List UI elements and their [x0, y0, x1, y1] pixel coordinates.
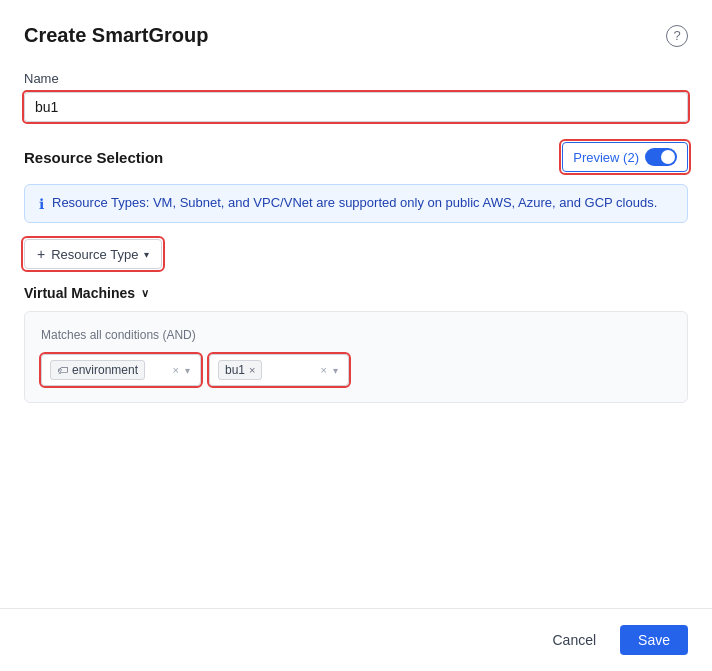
preview-toggle[interactable]	[645, 148, 677, 166]
vm-section: Virtual Machines ∨ Matches all condition…	[24, 285, 688, 403]
chevron-down-icon: ▾	[144, 249, 149, 260]
resource-selection-title: Resource Selection	[24, 149, 163, 166]
condition2-input[interactable]: bu1 × × ▾	[209, 354, 349, 386]
save-button[interactable]: Save	[620, 625, 688, 655]
condition2-tag-remove-icon[interactable]: ×	[249, 364, 255, 376]
info-banner-text: Resource Types: VM, Subnet, and VPC/VNet…	[52, 195, 657, 210]
resource-selection-row: Resource Selection Preview (2)	[24, 142, 688, 172]
condition1-clear-icon[interactable]: ×	[171, 364, 181, 376]
header-row: Create SmartGroup ?	[24, 24, 688, 47]
preview-button[interactable]: Preview (2)	[562, 142, 688, 172]
name-input-wrapper	[24, 92, 688, 122]
resource-type-btn-wrapper: + Resource Type ▾	[24, 239, 162, 269]
vm-title: Virtual Machines	[24, 285, 135, 301]
info-banner: ℹ Resource Types: VM, Subnet, and VPC/VN…	[24, 184, 688, 223]
name-label: Name	[24, 71, 688, 86]
info-icon: ℹ	[39, 196, 44, 212]
condition2-controls: × ▾	[319, 364, 340, 376]
page-title: Create SmartGroup	[24, 24, 209, 47]
conditions-row: 🏷 environment × ▾ bu1 ×	[41, 354, 671, 386]
toggle-knob	[661, 150, 675, 164]
condition1-input[interactable]: 🏷 environment × ▾	[41, 354, 201, 386]
condition2-tag: bu1 ×	[218, 360, 262, 380]
condition1-tag: 🏷 environment	[50, 360, 145, 380]
cancel-button[interactable]: Cancel	[538, 625, 610, 655]
condition1-tag-label: environment	[72, 363, 138, 377]
preview-wrapper: Preview (2)	[562, 142, 688, 172]
page-container: Create SmartGroup ? Name Resource Select…	[0, 0, 712, 671]
footer: Cancel Save	[0, 608, 712, 671]
resource-type-button[interactable]: + Resource Type ▾	[24, 239, 162, 269]
condition2-clear-icon[interactable]: ×	[319, 364, 329, 376]
preview-label: Preview (2)	[573, 150, 639, 165]
vm-chevron-icon: ∨	[141, 287, 149, 300]
condition2-chevron-icon[interactable]: ▾	[331, 365, 340, 376]
tag-icon: 🏷	[57, 364, 68, 376]
condition2-tag-label: bu1	[225, 363, 245, 377]
condition1-chevron-icon[interactable]: ▾	[183, 365, 192, 376]
plus-icon: +	[37, 246, 45, 262]
vm-body: Matches all conditions (AND) 🏷 environme…	[24, 311, 688, 403]
resource-type-label: Resource Type	[51, 247, 138, 262]
name-input[interactable]	[24, 92, 688, 122]
condition1-controls: × ▾	[171, 364, 192, 376]
matches-label: Matches all conditions (AND)	[41, 328, 671, 342]
vm-header[interactable]: Virtual Machines ∨	[24, 285, 688, 301]
help-icon[interactable]: ?	[666, 25, 688, 47]
